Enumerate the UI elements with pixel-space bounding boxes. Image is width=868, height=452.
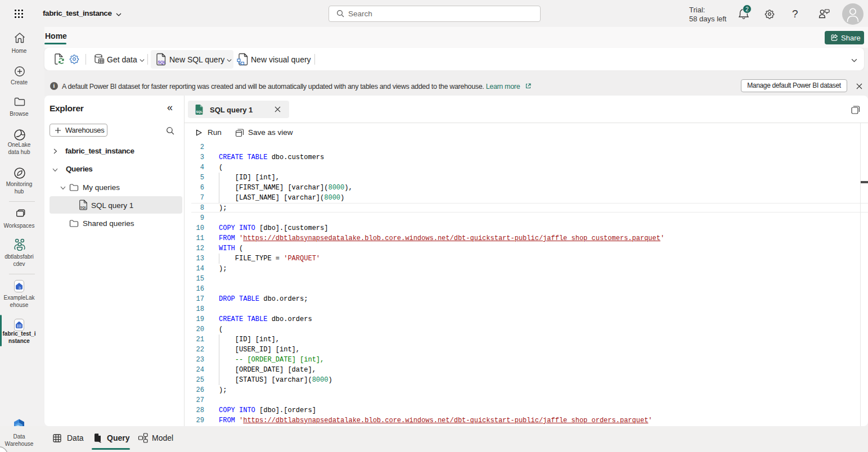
svg-text:SQL: SQL <box>80 206 87 209</box>
svg-text:SQL: SQL <box>158 60 166 65</box>
svg-text:SQL: SQL <box>196 110 203 114</box>
